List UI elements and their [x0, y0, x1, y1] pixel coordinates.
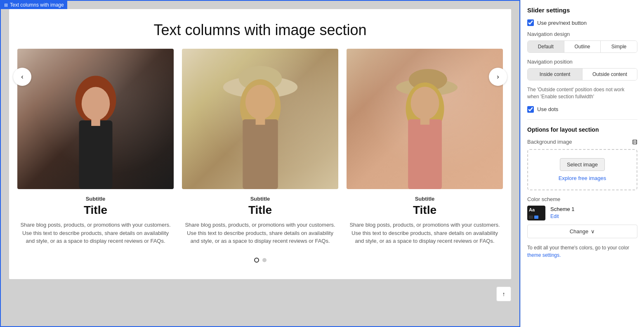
- columns-container: Subtitle Title Share blog posts, product…: [17, 49, 503, 245]
- use-dots-checkbox[interactable]: [527, 106, 534, 113]
- svg-point-1: [81, 87, 109, 121]
- model-2-svg: [182, 56, 338, 189]
- nav-position-label: Navigation position: [527, 59, 637, 65]
- column-2-heading: Title: [182, 204, 338, 217]
- scheme-name: Scheme 1: [550, 206, 637, 212]
- column-2-text: Share blog posts, products, or promotion…: [182, 221, 338, 245]
- svg-rect-8: [243, 119, 278, 189]
- layout-section-title: Options for layout section: [527, 126, 637, 133]
- arrow-up-icon: ↑: [502, 291, 505, 297]
- scheme-squares: [529, 216, 538, 219]
- scheme-sq-dark: [529, 216, 533, 219]
- model-3-svg: [354, 59, 495, 189]
- svg-rect-15: [408, 119, 442, 189]
- theme-settings-prefix: To edit all your theme's colors, go to y…: [527, 245, 629, 251]
- bg-image-header: Background image ⊟: [527, 138, 637, 146]
- nav-prev-button[interactable]: ‹: [13, 68, 31, 86]
- chevron-down-icon: ∨: [591, 228, 595, 235]
- svg-rect-9: [255, 118, 265, 125]
- bg-image-box: Select image Explore free images: [527, 149, 637, 190]
- use-dots-label: Use dots: [537, 106, 558, 112]
- column-2-subtitle: Subtitle: [182, 196, 338, 202]
- use-prev-next-checkbox[interactable]: [527, 19, 534, 26]
- nav-design-simple[interactable]: Simple: [601, 41, 637, 52]
- use-dots-row: Use dots: [527, 106, 637, 113]
- nav-next-button[interactable]: ›: [489, 68, 507, 86]
- scheme-edit-link[interactable]: Edit: [550, 213, 559, 219]
- chevron-right-icon: ›: [497, 73, 499, 81]
- panel-title: Slider settings: [527, 7, 637, 14]
- settings-panel: Slider settings Use prev/next button Nav…: [520, 0, 644, 327]
- change-label: Change: [570, 228, 589, 235]
- use-prev-next-row: Use prev/next button: [527, 19, 637, 26]
- nav-design-label: Navigation design: [527, 31, 637, 37]
- column-3-subtitle: Subtitle: [347, 196, 503, 202]
- layers-icon: ⊟: [632, 138, 637, 146]
- svg-rect-3: [91, 118, 100, 126]
- column-1-heading: Title: [17, 204, 174, 217]
- pagination-dots: [234, 254, 287, 267]
- chevron-left-icon: ‹: [21, 73, 23, 81]
- svg-point-7: [245, 85, 275, 119]
- model-1-svg: [33, 63, 158, 189]
- color-scheme-row: Aa Scheme 1 Edit: [527, 206, 637, 220]
- scroll-up-button[interactable]: ↑: [496, 287, 511, 301]
- select-image-button[interactable]: Select image: [560, 158, 605, 171]
- scheme-info: Scheme 1 Edit: [550, 206, 637, 220]
- change-button[interactable]: Change ∨: [527, 225, 637, 238]
- svg-point-13: [410, 87, 439, 120]
- scheme-preview-text: Aa: [529, 207, 535, 212]
- dot-2[interactable]: [262, 258, 267, 262]
- explore-images-link[interactable]: Explore free images: [559, 175, 606, 181]
- section-label: ⊞ Text columns with image: [1, 1, 67, 9]
- dot-1[interactable]: [254, 258, 259, 263]
- column-3-image: [347, 49, 503, 189]
- column-2-image: [182, 49, 338, 189]
- theme-settings-link[interactable]: theme settings.: [527, 252, 561, 258]
- column-3-text: Share blog posts, products, or promotion…: [347, 221, 503, 245]
- use-prev-next-label: Use prev/next button: [537, 20, 587, 26]
- scheme-preview: Aa: [527, 206, 545, 220]
- nav-position-outside[interactable]: Outside content: [583, 69, 637, 80]
- color-scheme-label: Color scheme: [527, 196, 637, 202]
- section-icon: ⊞: [4, 2, 8, 8]
- preview-content: Text columns with image section ‹: [9, 9, 511, 279]
- nav-design-group: Default Outline Simple: [527, 40, 637, 53]
- theme-settings-text: To edit all your theme's colors, go to y…: [527, 244, 637, 259]
- outside-content-note: The 'Outside content' position does not …: [527, 86, 637, 100]
- nav-design-default[interactable]: Default: [528, 41, 564, 52]
- nav-design-outline[interactable]: Outline: [564, 41, 601, 52]
- column-2: Subtitle Title Share blog posts, product…: [182, 49, 338, 245]
- column-3: Subtitle Title Share blog posts, product…: [347, 49, 503, 245]
- divider-1: [527, 119, 637, 120]
- nav-position-inside[interactable]: Inside content: [528, 69, 583, 80]
- svg-rect-2: [79, 121, 112, 190]
- preview-area: ⊞ Text columns with image Text columns w…: [0, 0, 520, 327]
- column-3-heading: Title: [347, 204, 503, 217]
- scheme-sq-blue: [534, 216, 538, 219]
- nav-position-group: Inside content Outside content: [527, 68, 637, 81]
- svg-rect-16: [420, 118, 429, 125]
- column-1-image: [17, 49, 174, 189]
- columns-wrapper: ‹: [17, 49, 503, 245]
- column-1: Subtitle Title Share blog posts, product…: [17, 49, 174, 245]
- bg-image-label: Background image: [527, 139, 572, 145]
- preview-title: Text columns with image section: [17, 21, 503, 39]
- section-label-text: Text columns with image: [10, 2, 64, 8]
- column-1-text: Share blog posts, products, or promotion…: [17, 221, 174, 245]
- column-1-subtitle: Subtitle: [17, 196, 174, 202]
